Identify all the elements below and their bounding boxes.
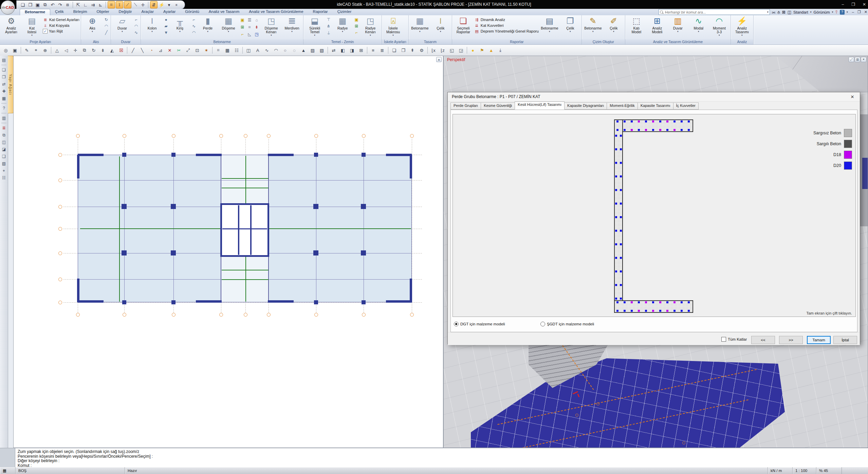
radio-şgdt-için-malzeme-modeli[interactable]: ŞGDT için malzeme modeli bbox=[540, 322, 594, 326]
ribbon-row-deprem-yönetmeliği-genel-raporu[interactable]: ▤Deprem Yönetmeliği Genel Raporu bbox=[474, 29, 539, 34]
copy-icon[interactable]: ⧉ bbox=[1, 132, 7, 138]
ribbon-row-kat-kuvvetleri[interactable]: ⇊Kat Kuvvetleri bbox=[474, 23, 539, 28]
ribbon-button-radye[interactable]: ▦Radye▾ bbox=[333, 16, 352, 39]
zoom-dynamic-icon[interactable]: ▣ bbox=[11, 46, 19, 55]
ribbon-row-kat-genel-ayarları[interactable]: ≣Kat Genel Ayarları bbox=[43, 17, 79, 22]
undo-view-icon[interactable]: ⧈ bbox=[64, 1, 71, 8]
intersection-snap-icon[interactable]: ✛ bbox=[140, 1, 146, 8]
toolbar-preset-label[interactable]: Standart bbox=[793, 10, 808, 14]
view-back-icon[interactable]: ◁ bbox=[62, 46, 71, 55]
fillet-icon[interactable]: ◔ bbox=[147, 46, 156, 55]
node-snap-icon[interactable]: ⟟ bbox=[116, 1, 123, 8]
command-search[interactable]: ▾ bbox=[659, 9, 770, 15]
ribbon-button-duvar[interactable]: ▱Duvar▾ bbox=[112, 16, 132, 39]
slab-axes-icon[interactable]: ⊞ bbox=[239, 24, 245, 30]
drop-panel-icon[interactable]: ▣ bbox=[353, 17, 359, 23]
ribbon-button-perde[interactable]: ▮Perde▾ bbox=[198, 16, 218, 39]
arc-small-icon[interactable]: ◠ bbox=[103, 23, 109, 29]
layer-stack-icon[interactable]: ⫛ bbox=[778, 10, 780, 15]
dialog-close-icon[interactable]: ✕ bbox=[845, 92, 860, 101]
wall-corner-icon[interactable]: ⌐ bbox=[133, 17, 139, 23]
extend-icon[interactable]: ╲ bbox=[138, 46, 147, 55]
ribbon-button-analiz-modeli[interactable]: ⊞AnalizModeli bbox=[647, 16, 667, 39]
dim-3d-icon[interactable]: ◱ bbox=[447, 46, 456, 55]
save-all-icon[interactable]: ⧉ bbox=[42, 1, 49, 8]
wall-arc-icon[interactable]: ◠ bbox=[133, 23, 139, 29]
ribbon-button-aks[interactable]: ⊕Aks▾ bbox=[82, 16, 102, 39]
menu-tab-analiz-ve-tasar-m-g-r-nt-leme[interactable]: Analiz ve Tasarım Görüntüleme bbox=[244, 9, 308, 15]
block-icon[interactable]: ▦ bbox=[223, 46, 232, 55]
paste-special-icon[interactable]: ◪ bbox=[1, 146, 7, 152]
ribbon-button-analiz-ayarları[interactable]: ⚙AnalizAyarları bbox=[1, 16, 21, 39]
slab-corner-icon[interactable]: ⌐ bbox=[239, 32, 245, 37]
dim-horizontal-icon[interactable]: ⇄ bbox=[329, 46, 338, 55]
stretch-icon[interactable]: ⤢ bbox=[184, 46, 192, 55]
select-icon[interactable]: ❏ bbox=[1, 67, 7, 73]
break-icon[interactable]: ✕ bbox=[165, 46, 174, 55]
move-copy-icon[interactable]: ⧉ bbox=[80, 46, 89, 55]
preset-dropdown-icon[interactable]: ▾ bbox=[810, 11, 812, 14]
group-dashed-icon[interactable]: ❑ bbox=[1, 153, 7, 159]
wall-poly-icon[interactable]: ∿ bbox=[133, 30, 139, 36]
storey-copy-icon[interactable]: ≣ bbox=[1, 125, 7, 131]
ribbon-button-moment-3-3[interactable]: ◠Moment3-3▾ bbox=[709, 16, 729, 39]
insert-node-icon[interactable]: ⊕ bbox=[41, 46, 50, 55]
quick-analysis-icon[interactable]: ⚡ bbox=[158, 1, 165, 8]
close-box-icon[interactable]: ⊠ bbox=[782, 10, 786, 15]
select-add-icon[interactable]: ❐ bbox=[1, 74, 7, 80]
paste-icon[interactable]: ◫ bbox=[1, 139, 7, 145]
grid-snap-icon[interactable]: ⌗ bbox=[108, 1, 115, 8]
ribbon-row-kat-kopyala[interactable]: ⫫Kat Kopyala bbox=[43, 23, 79, 28]
warning-icon[interactable]: ▲ bbox=[487, 46, 496, 55]
save-icon[interactable]: ▣ bbox=[34, 1, 41, 8]
slab-axes-icon[interactable]: ⊞ bbox=[353, 23, 359, 29]
zoom-window-icon[interactable]: ◎ bbox=[1, 46, 10, 55]
detail-view-icon[interactable]: ⊞ bbox=[357, 46, 366, 55]
maximize-icon[interactable]: ❐ bbox=[851, 2, 855, 7]
move-icon[interactable]: ✛ bbox=[71, 46, 80, 55]
ellipse-icon[interactable]: ◌ bbox=[290, 46, 299, 55]
image-icon[interactable]: ◫ bbox=[244, 46, 253, 55]
checkbox-icon[interactable] bbox=[721, 337, 726, 342]
pane-close-icon[interactable]: ✕ bbox=[861, 57, 866, 62]
close-icon[interactable]: ✕ bbox=[863, 2, 866, 7]
dim-angle-icon[interactable]: ◲ bbox=[457, 46, 465, 55]
ribbon-button-döşeme[interactable]: ▦Döşeme▾ bbox=[219, 16, 238, 39]
slab-lines-icon[interactable]: ☰ bbox=[246, 17, 253, 23]
ortho-mode-icon[interactable]: ∟ bbox=[82, 1, 89, 8]
redo-icon[interactable]: ↷ bbox=[57, 1, 63, 8]
help-dropdown-icon[interactable]: ▾ bbox=[847, 11, 848, 14]
doc-close-icon[interactable]: ✕ bbox=[864, 10, 867, 14]
ribbon-button-betonarme[interactable]: ▦Betonarme▾ bbox=[410, 16, 430, 39]
beam-curve-icon[interactable]: ∿ bbox=[191, 23, 197, 29]
menu-tab-analiz-ve-tasar-m[interactable]: Analiz ve Tasarım bbox=[204, 9, 244, 15]
bulb-icon[interactable]: ● bbox=[468, 46, 477, 55]
checkbox-checked-icon[interactable]: ✓ bbox=[43, 29, 48, 34]
ribbon-button-i-skele-makrosu[interactable]: ⍓İskeleMakrosu▾ bbox=[383, 16, 403, 39]
dialog-tab-i-ç-kuvvetler[interactable]: İç Kuvvetler bbox=[673, 102, 699, 110]
circle-icon[interactable]: ○ bbox=[281, 46, 290, 55]
layers-icon[interactable]: ☷ bbox=[1, 175, 7, 181]
layer-colors-icon[interactable]: ⚑ bbox=[478, 46, 486, 55]
section-canvas[interactable]: Sargısız BetonSargılı BetonD18D20 Tam ek… bbox=[453, 114, 856, 317]
rotate-cw-icon[interactable]: ↻ bbox=[103, 17, 109, 23]
beam-corner-icon[interactable]: ⌐ bbox=[191, 17, 197, 23]
level-paint-icon[interactable]: ≣ bbox=[378, 46, 387, 55]
corner-mode-icon[interactable]: ⊾ bbox=[97, 1, 104, 8]
object-tree-icon[interactable]: ▤ bbox=[1, 57, 7, 63]
dialog-tab-kapasite-diyagramları[interactable]: Kapasite Diyagramları bbox=[564, 102, 607, 110]
solid-fill-icon[interactable]: ▲ bbox=[299, 46, 308, 55]
menu-tab--izimler[interactable]: Çizimler bbox=[333, 9, 356, 15]
slab-edge-s-icon[interactable]: ◳ bbox=[254, 32, 260, 37]
layer-settings-icon[interactable]: ⚙ bbox=[417, 46, 426, 55]
menu-tab-birle-im[interactable]: Birleşim bbox=[69, 9, 92, 15]
menu-tab-objeler[interactable]: Objeler bbox=[92, 9, 114, 15]
ribbon-button-kiriş[interactable]: ╥Kiriş▾ bbox=[170, 16, 190, 39]
open-file-icon[interactable]: ❐ bbox=[27, 1, 34, 8]
dialog-tab-kesit-hücresi-lif-tasarımı[interactable]: Kesit Hücresi(Lif) Tasarımı bbox=[515, 101, 565, 110]
dialog-tab-perde-grupları[interactable]: Perde Grupları bbox=[450, 102, 481, 110]
sheet-icon[interactable]: ❏ bbox=[390, 46, 399, 55]
select-filter-icon[interactable]: ▦ bbox=[1, 95, 7, 101]
ribbon-button-merdiven[interactable]: 𝌆Merdiven▾ bbox=[282, 16, 302, 39]
measure-icon[interactable]: ⌖ bbox=[1, 168, 7, 174]
